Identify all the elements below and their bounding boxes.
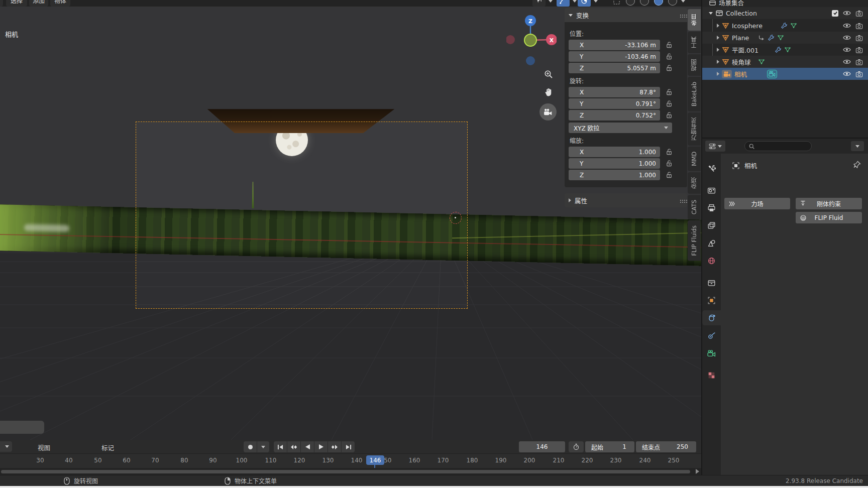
search-input[interactable] (755, 143, 805, 149)
menu-add[interactable]: 添加 (29, 0, 48, 7)
properties-search[interactable] (744, 141, 812, 151)
collection-row[interactable]: Collection (702, 7, 868, 19)
eye-icon[interactable] (843, 23, 851, 29)
timeline-scrollbar[interactable] (0, 468, 701, 475)
outliner-row-plane[interactable]: Plane (702, 32, 868, 44)
use-preview-range-icon[interactable] (569, 441, 584, 452)
camera-visibility-icon[interactable] (855, 71, 863, 77)
scale-x-field[interactable]: X1.000 (569, 147, 660, 157)
lock-icon[interactable] (666, 64, 673, 72)
rotation-x-field[interactable]: X87.8° (569, 87, 660, 97)
tab-render-icon[interactable] (702, 183, 721, 198)
playhead[interactable]: 146 (366, 455, 384, 465)
jump-to-start-icon[interactable] (274, 441, 287, 452)
region-divider[interactable] (702, 138, 868, 139)
scale-y-field[interactable]: Y1.000 (569, 158, 660, 169)
properties-panel-header[interactable]: 属性 (565, 193, 687, 207)
tab-physics-icon[interactable] (702, 310, 721, 325)
camera-visibility-icon[interactable] (855, 35, 863, 41)
jump-to-end-icon[interactable] (342, 441, 355, 452)
camera-visibility-icon[interactable] (855, 10, 863, 17)
mesh-data-icon[interactable] (777, 34, 784, 41)
tab-misc[interactable]: 杂项 (688, 172, 701, 194)
expand-icon[interactable] (717, 60, 719, 64)
auto-keying-record-button[interactable] (244, 441, 257, 452)
location-x-field[interactable]: X-33.106 m (569, 40, 660, 50)
camera-data-icon[interactable] (767, 70, 777, 78)
play-icon[interactable] (314, 441, 328, 452)
mesh-data-icon[interactable] (784, 46, 791, 53)
shading-solid-icon[interactable] (640, 0, 649, 6)
modifier-wrench-icon[interactable] (775, 46, 782, 53)
tab-scene-icon[interactable] (702, 235, 721, 251)
flip-fluid-button[interactable]: FLIP Fluid (796, 212, 862, 223)
shading-dropdown[interactable] (679, 0, 687, 7)
tab-animism[interactable]: 万物有灵 (688, 112, 701, 146)
proportional-edit-icon[interactable] (557, 0, 570, 7)
constraint-icon[interactable] (758, 34, 765, 41)
tab-object-icon[interactable] (702, 293, 721, 308)
snap-dropdown[interactable] (547, 0, 555, 7)
lock-icon[interactable] (666, 100, 673, 107)
location-z-field[interactable]: Z5.0557 m (569, 63, 660, 73)
falloff-dropdown[interactable] (592, 0, 600, 7)
lock-icon[interactable] (666, 41, 673, 49)
outliner-row-icosphere2[interactable]: 棱角球 (702, 56, 868, 68)
region-toggle-icon[interactable] (696, 469, 699, 474)
tab-view[interactable]: 视图 (688, 54, 701, 76)
editor-type-button[interactable] (705, 141, 725, 152)
outliner-row-plane001[interactable]: 平面.001 (702, 44, 868, 56)
frame-end-field[interactable]: 结束点 250 (636, 441, 696, 452)
next-keyframe-icon[interactable] (328, 441, 341, 452)
tab-constraints-icon[interactable] (702, 328, 721, 343)
frame-start-field[interactable]: 起始 1 (585, 441, 634, 452)
breadcrumb[interactable]: 相机 (732, 161, 757, 170)
lock-icon[interactable] (666, 88, 673, 96)
pin-icon[interactable] (853, 161, 861, 169)
lock-icon[interactable] (666, 171, 673, 179)
zoom-icon[interactable] (542, 68, 555, 80)
filter-dropdown[interactable] (851, 141, 864, 151)
modifier-wrench-icon[interactable] (768, 34, 775, 41)
region-divider[interactable] (701, 0, 702, 475)
tab-camera-data-icon[interactable] (702, 345, 721, 360)
expand-icon[interactable] (717, 36, 719, 40)
keying-dropdown[interactable] (257, 441, 269, 452)
navigation-gizmo[interactable]: Z X (506, 13, 557, 67)
outliner-row-camera[interactable]: 相机 (702, 68, 868, 80)
snap-icon[interactable] (532, 0, 546, 7)
tab-viewlayer-icon[interactable] (702, 218, 721, 233)
lock-icon[interactable] (666, 160, 673, 167)
camera-visibility-icon[interactable] (855, 47, 863, 53)
camera-view-icon[interactable] (539, 103, 557, 120)
camera-visibility-icon[interactable] (855, 23, 863, 29)
camera-visibility-icon[interactable] (855, 59, 863, 65)
lock-icon[interactable] (666, 111, 673, 119)
eye-icon[interactable] (843, 10, 851, 16)
lock-icon[interactable] (666, 148, 673, 156)
collection-checkbox[interactable] (832, 10, 838, 17)
tab-tool[interactable]: 工具 (688, 32, 701, 53)
lock-icon[interactable] (666, 53, 673, 60)
shading-material-icon[interactable] (654, 0, 663, 6)
expand-icon[interactable] (709, 12, 713, 15)
timeline-ruler[interactable]: 30 40 50 60 70 80 90 100 110 120 130 140… (0, 454, 701, 468)
eye-icon[interactable] (843, 59, 851, 65)
tab-collection-icon[interactable] (702, 275, 721, 290)
render-region-icon[interactable] (611, 0, 622, 7)
editor-type-button[interactable] (0, 0, 3, 7)
tab-mmd[interactable]: MMD (688, 147, 701, 171)
rigid-body-constraint-button[interactable]: 刚体约束 (796, 198, 862, 209)
current-frame-field[interactable]: 146 (519, 441, 565, 452)
mesh-data-icon[interactable] (758, 58, 765, 65)
force-field-button[interactable]: 力场 (724, 198, 790, 209)
tab-item[interactable]: 条目 (688, 9, 701, 31)
prev-keyframe-icon[interactable] (287, 441, 300, 452)
play-reverse-icon[interactable] (301, 441, 314, 452)
eye-icon[interactable] (843, 35, 851, 41)
expand-icon[interactable] (717, 72, 719, 76)
panel-grip-icon[interactable] (680, 200, 681, 201)
scrollbar-thumb[interactable] (1, 470, 690, 473)
timeline-editor-type-button[interactable] (0, 441, 12, 452)
tab-texture-icon[interactable] (702, 368, 721, 383)
